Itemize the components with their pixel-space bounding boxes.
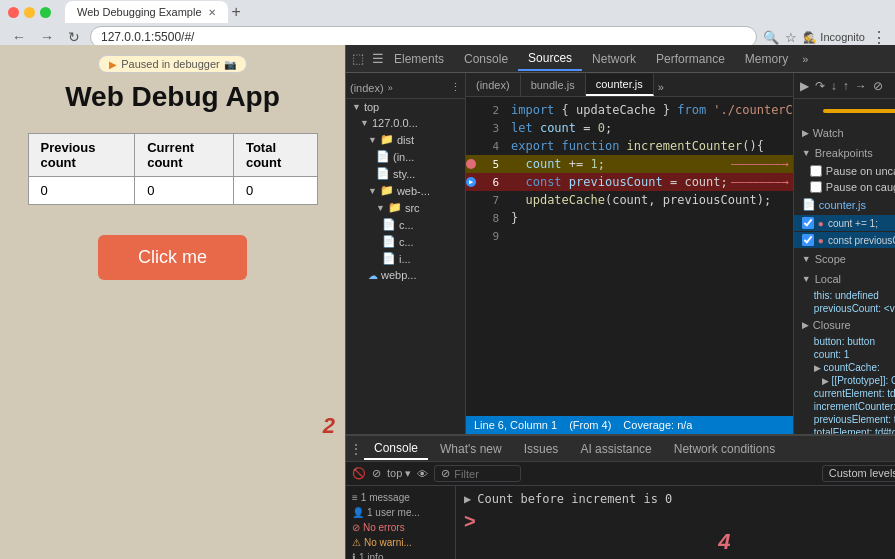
debug-step-out-icon[interactable]: ↑ — [843, 79, 849, 93]
tab-network[interactable]: Network — [582, 48, 646, 70]
proto-item[interactable]: ▶ [[Prototype]]: Object — [794, 374, 895, 387]
tree-item-top[interactable]: ▼ top — [346, 99, 465, 115]
custom-levels[interactable]: Custom levels ▾ — [822, 465, 895, 482]
console-menu-icon[interactable]: ⋮ — [350, 442, 362, 456]
code-line-4: 4 export function incrementCounter(){ — [466, 137, 793, 155]
line-content-5[interactable]: count += 1; — [507, 157, 731, 171]
debug-step-into-icon[interactable]: ↓ — [831, 79, 837, 93]
forward-button[interactable]: → — [36, 27, 58, 47]
device-icon[interactable]: ☰ — [372, 51, 384, 66]
tab-sources[interactable]: Sources — [518, 47, 582, 71]
watch-section[interactable]: ▶ Watch — [794, 123, 895, 143]
tree-item-webp[interactable]: ☁ webp... — [362, 267, 465, 283]
bp-checkbox-6[interactable] — [802, 234, 814, 246]
local-section[interactable]: ▼ Local — [794, 269, 895, 289]
page-tab[interactable]: (index) — [350, 82, 384, 94]
tab-close-icon[interactable]: ✕ — [208, 7, 216, 18]
close-traffic-light[interactable] — [8, 7, 19, 18]
tab-console[interactable]: Console — [454, 48, 518, 70]
debug-step-over-icon[interactable]: ↷ — [815, 79, 825, 93]
bp-label: Breakpoints — [815, 147, 873, 159]
source-tab-counter[interactable]: counter.js — [586, 74, 654, 96]
scope-arrow: ▼ — [802, 254, 811, 264]
line-content-7[interactable]: updateCache(count, previousCount); — [507, 193, 793, 207]
source-tab-index[interactable]: (index) — [466, 74, 521, 96]
console-filter-icon[interactable]: ⊘ — [372, 467, 381, 480]
tree-item-localhost[interactable]: ▼ 127.0.0... — [354, 115, 465, 131]
pause-uncaught-checkbox[interactable] — [810, 165, 822, 177]
tree-item-web[interactable]: ▼ 📁 web-... — [362, 182, 465, 199]
tab-console-bottom[interactable]: Console — [364, 438, 428, 460]
pause-caught-checkbox[interactable] — [810, 181, 822, 193]
scope-section[interactable]: ▼ Scope — [794, 249, 895, 269]
click-me-button[interactable]: Click me — [98, 235, 247, 280]
tree-label-webp: webp... — [381, 269, 416, 281]
debug-step-icon[interactable]: → — [855, 79, 867, 93]
back-button[interactable]: ← — [8, 27, 30, 47]
console-clear-icon[interactable]: 🚫 — [352, 467, 366, 480]
tree-item-style[interactable]: 📄 sty... — [370, 165, 465, 182]
tab-network-conditions[interactable]: Network conditions — [664, 439, 785, 459]
debug-panel: ▶ ↷ ↓ ↑ → ⊘ ▶ Watch ▼ Breakpoints — [793, 73, 895, 434]
arrow-icon: ▼ — [368, 186, 377, 196]
bp-empty — [466, 123, 476, 133]
line-content-8[interactable]: } — [507, 211, 793, 225]
line-number-6: 6 — [479, 176, 507, 189]
debug-deactivate-icon[interactable]: ⊘ — [873, 79, 883, 93]
tree-item-index[interactable]: 📄 (in... — [370, 148, 465, 165]
folder-icon: 📁 — [380, 133, 394, 146]
tree-item-c2[interactable]: 📄 c... — [346, 233, 465, 250]
tree-item-dist[interactable]: ▼ 📁 dist — [362, 131, 465, 148]
search-icon[interactable]: 🔍 — [763, 30, 779, 45]
debug-resume-icon[interactable]: ▶ — [800, 79, 809, 93]
menu-icon[interactable]: ⋮ — [871, 28, 887, 47]
minimize-traffic-light[interactable] — [24, 7, 35, 18]
source-tabs-more[interactable]: » — [654, 78, 668, 96]
previous-el-item: previousElement: td#previous — [794, 413, 895, 426]
breakpoints-section[interactable]: ▼ Breakpoints — [794, 143, 895, 163]
line-content-3[interactable]: let count = 0; — [507, 121, 793, 135]
console-eye-icon[interactable]: 👁 — [417, 468, 428, 480]
line-content-6[interactable]: const previousCount = count; — [507, 175, 731, 189]
console-prompt[interactable]: > — [464, 508, 895, 535]
line-number-7: 7 — [479, 194, 507, 207]
tab-performance[interactable]: Performance — [646, 48, 735, 70]
bookmark-icon[interactable]: ☆ — [785, 30, 797, 45]
breakpoint-pause-6[interactable]: ▶ — [466, 177, 476, 187]
more-tabs-icon[interactable]: » — [798, 53, 812, 65]
tab-ai[interactable]: AI assistance — [570, 439, 661, 459]
bp-line-6[interactable]: ● const previousCount = coun... 6 — [794, 232, 895, 248]
count-cache-item[interactable]: ▶ countCache: — [794, 361, 895, 374]
bp-checkbox-5[interactable] — [802, 217, 814, 229]
bp-line-5[interactable]: ● count += 1; 5 — [794, 215, 895, 231]
inspector-icon[interactable]: ⬚ — [352, 51, 364, 66]
reload-button[interactable]: ↻ — [64, 27, 84, 47]
tab-issues[interactable]: Issues — [514, 439, 569, 459]
maximize-traffic-light[interactable] — [40, 7, 51, 18]
tree-item-src[interactable]: ▼ 📁 src — [370, 199, 465, 216]
page-tab-more[interactable]: » — [388, 83, 393, 93]
console-top-select[interactable]: top ▾ — [387, 467, 411, 480]
button-item: button: button — [794, 335, 895, 348]
tree-item-i[interactable]: 📄 i... — [346, 250, 465, 267]
file-icon: 📄 — [382, 252, 396, 265]
filter-input[interactable] — [454, 468, 514, 480]
bp-empty — [466, 231, 476, 241]
breakpoint-dot-5[interactable] — [466, 159, 476, 169]
line-content-4[interactable]: export function incrementCounter(){ — [507, 139, 793, 153]
tree-options[interactable]: ⋮ — [450, 81, 461, 94]
tab-whats-new[interactable]: What's new — [430, 439, 512, 459]
tree-label-c1: c... — [399, 219, 414, 231]
tree-item-c1[interactable]: 📄 c... — [346, 216, 465, 233]
source-tab-bundle[interactable]: bundle.js — [521, 74, 586, 96]
closure-section[interactable]: ▶ Closure — [794, 315, 895, 335]
annotation-2: 2 — [323, 413, 335, 439]
browser-tab[interactable]: Web Debugging Example ✕ — [65, 1, 228, 23]
tab-title: Web Debugging Example — [77, 6, 202, 18]
line-content-2[interactable]: import { updateCache } from './counterC — [507, 103, 793, 117]
file-icon: 📄 — [382, 235, 396, 248]
message-arrow: ▶ — [464, 492, 471, 506]
new-tab-button[interactable]: + — [232, 3, 241, 21]
tab-elements[interactable]: Elements — [384, 48, 454, 70]
tab-memory[interactable]: Memory — [735, 48, 798, 70]
